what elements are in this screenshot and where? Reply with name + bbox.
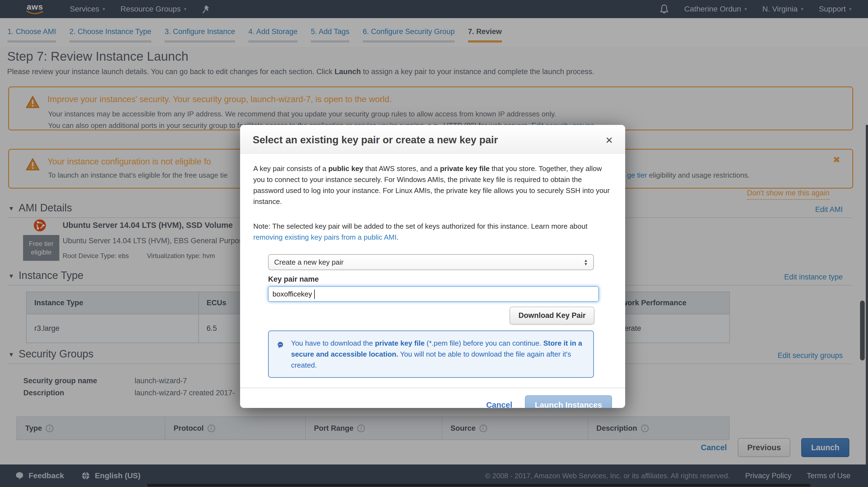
download-key-pair-button[interactable]: Download Key Pair xyxy=(509,306,594,324)
close-icon[interactable]: ✕ xyxy=(606,135,613,146)
keypair-input-wrapper xyxy=(268,286,599,302)
text-caret xyxy=(314,290,315,299)
download-row: Download Key Pair xyxy=(268,306,594,324)
modal-body: A key pair consists of a public key that… xyxy=(240,154,625,378)
speech-bubble-icon xyxy=(277,338,284,352)
scrollbar-track xyxy=(866,125,868,464)
select-stepper-icon: ▲▼ xyxy=(584,259,588,266)
vertical-scrollbar-thumb[interactable] xyxy=(860,301,865,360)
keypair-select[interactable]: Create a new key pair ▲▼ xyxy=(268,254,594,270)
launch-instances-button[interactable]: Launch Instances xyxy=(525,395,612,408)
keypair-description: A key pair consists of a public key that… xyxy=(253,163,613,207)
keypair-name-label: Key pair name xyxy=(268,275,612,284)
modal-cancel-link[interactable]: Cancel xyxy=(486,400,512,408)
key-pair-modal: Select an existing key pair or create a … xyxy=(240,125,625,408)
keypair-note: Note: The selected key pair will be adde… xyxy=(253,221,613,243)
modal-footer: Cancel Launch Instances xyxy=(240,388,625,408)
download-info-box: You have to download the private key fil… xyxy=(268,330,594,378)
modal-title: Select an existing key pair or create a … xyxy=(253,134,613,146)
keypair-name-input[interactable] xyxy=(268,286,599,302)
download-info-text: You have to download the private key fil… xyxy=(291,338,585,370)
modal-header: Select an existing key pair or create a … xyxy=(240,125,625,154)
aws-console-screen: aws Services▾ Resource Groups▾ xyxy=(0,0,868,487)
removing-key-pairs-link[interactable]: removing existing key pairs from a publi… xyxy=(253,233,397,241)
horizontal-scrollbar-thumb[interactable] xyxy=(147,484,810,486)
